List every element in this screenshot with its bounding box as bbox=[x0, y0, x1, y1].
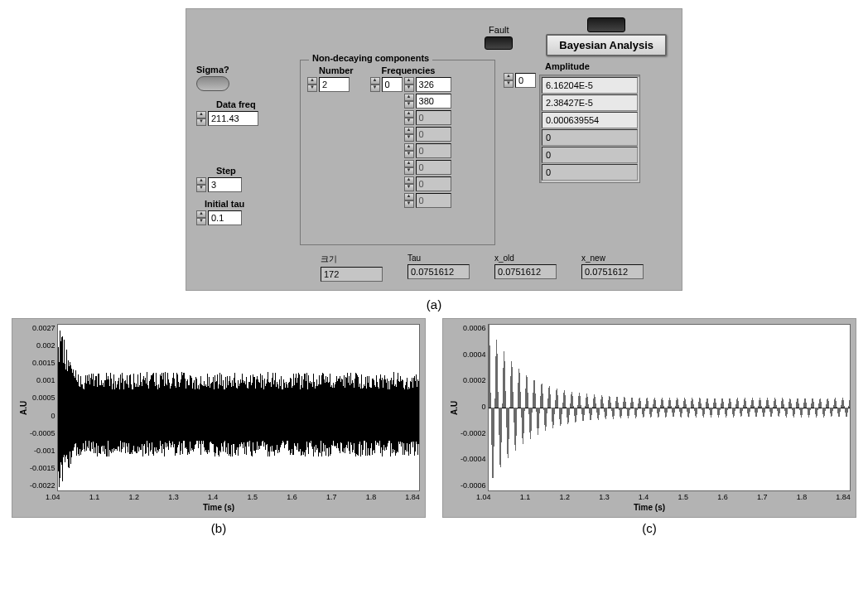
amplitude-array: 6.16204E-5 2.38427E-5 0.000639554 0 0 0 bbox=[539, 75, 640, 183]
fault-label: Fault bbox=[489, 25, 509, 35]
freq-value[interactable]: 0 bbox=[416, 176, 451, 191]
ytick: 0.0004 bbox=[461, 350, 486, 359]
freq-cell[interactable]: ▲▼326 bbox=[404, 77, 451, 92]
initial-tau-control[interactable]: ▲▼ 0.1 bbox=[196, 210, 292, 225]
freq-value[interactable]: 0 bbox=[416, 160, 451, 175]
spinner-icon[interactable]: ▲▼ bbox=[404, 160, 414, 175]
freq-value[interactable]: 0 bbox=[416, 110, 451, 125]
ytick: 0.0005 bbox=[30, 394, 55, 402]
tau-label: Tau bbox=[407, 254, 470, 263]
freq-cell[interactable]: ▲▼0 bbox=[404, 160, 451, 175]
number-input[interactable]: 2 bbox=[319, 77, 350, 92]
spinner-icon[interactable]: ▲▼ bbox=[404, 143, 414, 158]
ytick: -0.001 bbox=[30, 447, 55, 455]
ytick: 0.001 bbox=[30, 376, 55, 384]
xtick: 1.8 bbox=[366, 493, 377, 501]
amp-value: 0 bbox=[542, 164, 638, 181]
ytick: -0.0022 bbox=[30, 481, 55, 490]
xtick: 1.3 bbox=[168, 493, 179, 501]
freq-value[interactable]: 380 bbox=[416, 94, 451, 109]
ytick: -0.0005 bbox=[30, 429, 55, 437]
data-freq-control[interactable]: ▲▼ 211.43 bbox=[196, 111, 292, 126]
bottom-indicators: 크기 172 Tau 0.0751612 x_old 0.0751612 x_n… bbox=[321, 254, 672, 282]
caption-a: (a) bbox=[8, 297, 860, 311]
ytick: 0.002 bbox=[30, 341, 55, 350]
amp-index-control[interactable]: ▲▼ 0 bbox=[504, 73, 536, 88]
amplitude-section: Amplitude ▲▼ 0 6.16204E-5 2.38427E-5 0.0… bbox=[504, 60, 640, 183]
number-section: Number ▲▼ 2 bbox=[307, 65, 354, 239]
xtick: 1.84 bbox=[405, 493, 420, 501]
xtick: 1.4 bbox=[639, 493, 649, 501]
sigma-label: Sigma? bbox=[196, 65, 292, 75]
xnew-value: 0.0751612 bbox=[581, 264, 644, 279]
bayesian-led bbox=[587, 17, 625, 32]
initial-tau-input[interactable]: 0.1 bbox=[208, 210, 242, 225]
xtick: 1.1 bbox=[89, 493, 100, 501]
chart-b-xlabel: Time (s) bbox=[17, 503, 420, 512]
chart-c-plot-area[interactable] bbox=[488, 324, 851, 491]
freq-value[interactable]: 326 bbox=[416, 77, 451, 92]
freq-index-control[interactable]: ▲▼ 0 bbox=[370, 77, 403, 92]
tau-indicator: Tau 0.0751612 bbox=[407, 254, 470, 282]
xtick: 1.7 bbox=[757, 493, 768, 501]
chart-b: A.U 0.0027 0.002 0.0015 0.001 0.0005 0 -… bbox=[12, 318, 426, 518]
data-freq-input[interactable]: 211.43 bbox=[208, 111, 258, 126]
ytick: -0.0004 bbox=[461, 455, 486, 463]
freq-array: ▲▼326 ▲▼380 ▲▼0 ▲▼0 ▲▼0 ▲▼0 ▲▼0 ▲▼0 bbox=[404, 77, 451, 208]
freq-cell[interactable]: ▲▼0 bbox=[404, 176, 451, 191]
spinner-icon[interactable]: ▲▼ bbox=[404, 127, 414, 142]
spinner-icon[interactable]: ▲▼ bbox=[404, 176, 414, 191]
xtick: 1.2 bbox=[128, 493, 139, 501]
data-freq-label: Data freq bbox=[216, 99, 292, 109]
xtick: 1.6 bbox=[717, 493, 728, 501]
spinner-icon[interactable]: ▲▼ bbox=[404, 77, 414, 92]
chart-b-container: A.U 0.0027 0.002 0.0015 0.001 0.0005 0 -… bbox=[12, 318, 426, 542]
freq-value[interactable]: 0 bbox=[416, 193, 451, 208]
ytick: -0.0015 bbox=[30, 464, 55, 472]
panel-header: Fault Bayesian Analysis bbox=[196, 17, 672, 56]
step-input[interactable]: 3 bbox=[208, 177, 242, 192]
step-label: Step bbox=[216, 166, 292, 176]
ytick: -0.0002 bbox=[461, 429, 486, 437]
sigma-toggle[interactable] bbox=[196, 76, 229, 91]
spinner-icon[interactable]: ▲▼ bbox=[504, 73, 514, 88]
xtick: 1.04 bbox=[46, 493, 60, 501]
xold-label: x_old bbox=[494, 254, 557, 263]
spinner-icon[interactable]: ▲▼ bbox=[404, 193, 414, 208]
spinner-icon[interactable]: ▲▼ bbox=[404, 110, 414, 125]
xtick: 1.1 bbox=[520, 493, 531, 501]
amp-value: 6.16204E-5 bbox=[542, 77, 638, 94]
ytick: 0 bbox=[30, 412, 55, 420]
xtick: 1.5 bbox=[248, 493, 258, 501]
freq-cell[interactable]: ▲▼380 bbox=[404, 94, 451, 109]
spinner-icon[interactable]: ▲▼ bbox=[196, 210, 206, 225]
spinner-icon[interactable]: ▲▼ bbox=[370, 77, 380, 92]
amp-value: 2.38427E-5 bbox=[542, 94, 638, 111]
bayesian-analysis-button[interactable]: Bayesian Analysis bbox=[546, 34, 667, 56]
spinner-icon[interactable]: ▲▼ bbox=[307, 77, 317, 92]
spinner-icon[interactable]: ▲▼ bbox=[196, 177, 206, 192]
amp-index-input[interactable]: 0 bbox=[515, 73, 536, 88]
ytick: -0.0006 bbox=[461, 481, 486, 490]
panel-main-row: Sigma? Data freq ▲▼ 211.43 Step ▲▼ 3 Ini… bbox=[196, 60, 672, 245]
step-control[interactable]: ▲▼ 3 bbox=[196, 177, 292, 192]
ytick: 0.0027 bbox=[30, 324, 55, 332]
spinner-icon[interactable]: ▲▼ bbox=[196, 111, 206, 126]
ytick: 0.0006 bbox=[461, 324, 486, 332]
xtick: 1.6 bbox=[287, 493, 297, 501]
freq-value[interactable]: 0 bbox=[416, 143, 451, 158]
freq-cell[interactable]: ▲▼0 bbox=[404, 110, 451, 125]
spinner-icon[interactable]: ▲▼ bbox=[404, 94, 414, 109]
chart-c-yaxis: 0.0006 0.0004 0.0002 0 -0.0002 -0.0004 -… bbox=[461, 324, 488, 490]
initial-tau-label: Initial tau bbox=[205, 199, 292, 209]
size-value: 172 bbox=[321, 267, 383, 282]
freq-value[interactable]: 0 bbox=[416, 127, 451, 142]
ytick: 0.0015 bbox=[30, 359, 55, 367]
number-control[interactable]: ▲▼ 2 bbox=[307, 77, 354, 92]
freq-cell[interactable]: ▲▼0 bbox=[404, 193, 451, 208]
chart-b-plot-area[interactable] bbox=[57, 324, 420, 491]
freq-index-input[interactable]: 0 bbox=[382, 77, 403, 92]
freq-cell[interactable]: ▲▼0 bbox=[404, 143, 451, 158]
freq-cell[interactable]: ▲▼0 bbox=[404, 127, 451, 142]
frequencies-section: Frequencies ▲▼ 0 ▲▼326 ▲▼380 ▲▼0 ▲▼0 ▲▼0… bbox=[370, 65, 451, 239]
